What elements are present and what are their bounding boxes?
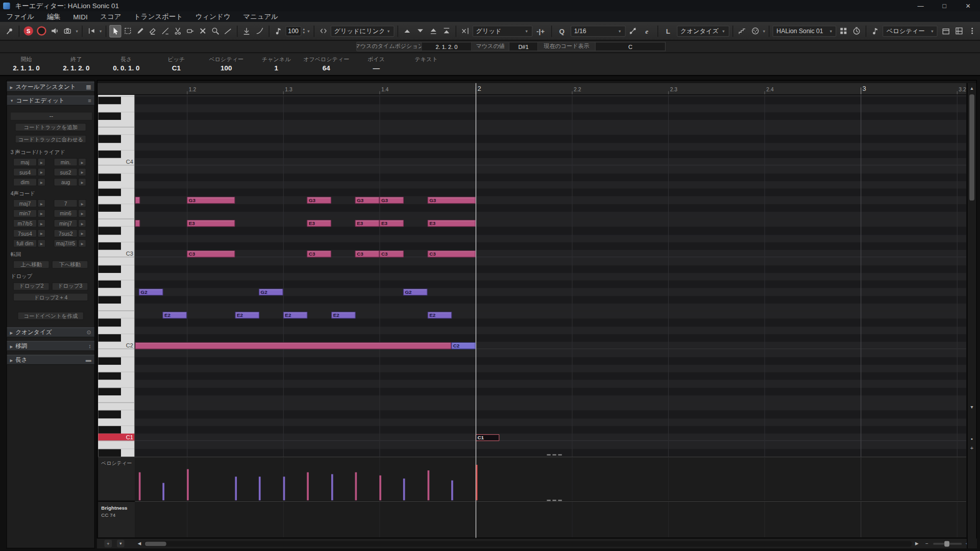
white-key[interactable] — [98, 441, 135, 449]
drawn-midi-note[interactable]: C1 — [476, 434, 500, 441]
draw-tool[interactable] — [134, 24, 146, 37]
zoom-preset-dot[interactable]: ● — [968, 435, 976, 443]
chord-min7-arrow[interactable]: ▶ — [37, 209, 45, 217]
midi-note[interactable]: G2 — [259, 289, 283, 295]
grid-type-select[interactable]: グリッド▼ — [472, 26, 532, 37]
chord-minj7-button[interactable]: minj7 — [54, 219, 78, 228]
white-key[interactable] — [98, 311, 135, 319]
section-length[interactable]: ▶ 長さ ▬ — [7, 355, 94, 365]
zoom-out-button[interactable]: − — [923, 540, 931, 547]
velocity-bar[interactable] — [259, 477, 261, 500]
black-key[interactable] — [98, 227, 135, 235]
maximize-button[interactable]: □ — [933, 0, 957, 11]
white-key[interactable] — [98, 304, 135, 311]
midi-note[interactable]: C3 — [307, 251, 331, 257]
lane-resize-handle[interactable] — [547, 500, 561, 501]
info-field-8[interactable]: テキスト — [401, 53, 451, 75]
chord-maj7-arrow[interactable]: ▶ — [37, 199, 45, 208]
open-window-icon[interactable] — [940, 24, 952, 37]
lane-menu-button[interactable]: ▼ — [117, 540, 125, 547]
white-key[interactable] — [98, 105, 135, 112]
chord-7-arrow[interactable]: ▶ — [78, 199, 86, 208]
line-tool[interactable] — [222, 24, 234, 37]
black-key[interactable] — [98, 411, 135, 418]
velocity-bar[interactable] — [162, 483, 164, 500]
menu-マニュアル[interactable]: マニュアル — [243, 12, 278, 21]
chord-maj-arrow[interactable]: ▶ — [37, 158, 45, 166]
vertical-scrollbar[interactable]: ▲ ▼ ● + — [967, 83, 976, 548]
chord-sus4-arrow[interactable]: ▶ — [37, 168, 45, 176]
inversion-button[interactable]: 上へ移動 — [13, 261, 50, 269]
velocity-bar[interactable] — [428, 470, 430, 500]
midi-note[interactable]: C2 — [451, 342, 476, 349]
chord-maj7-button[interactable]: maj7 — [13, 199, 37, 208]
edit-active-part-icon[interactable] — [838, 24, 849, 37]
white-key[interactable] — [98, 212, 135, 219]
white-key[interactable] — [98, 365, 135, 372]
chord-maj7/#5-arrow[interactable]: ▶ — [78, 239, 86, 247]
midi-note[interactable]: E2 — [428, 312, 452, 318]
black-key[interactable] — [98, 426, 135, 434]
velocity-bar[interactable] — [235, 477, 237, 500]
vertical-scroll-thumb[interactable] — [969, 94, 974, 201]
add-lane-button[interactable]: + — [104, 540, 112, 547]
chord-minj7-arrow[interactable]: ▶ — [78, 219, 86, 228]
link-to-grid-select[interactable]: グリッドにリンク▼ — [330, 26, 394, 37]
midi-note[interactable]: E2 — [331, 312, 356, 318]
midi-note[interactable]: C3 — [355, 251, 380, 257]
swing-icon[interactable] — [627, 24, 639, 37]
black-key[interactable] — [98, 204, 135, 212]
chord-dim-arrow[interactable]: ▶ — [37, 178, 45, 186]
acoustic-feedback-button[interactable] — [49, 24, 61, 37]
scroll-up-button[interactable]: ▲ — [968, 84, 976, 92]
chord-7sus2-button[interactable]: 7sus2 — [54, 229, 78, 237]
chord-aug-arrow[interactable]: ▶ — [78, 178, 86, 186]
info-field-5[interactable]: チャンネル1 — [251, 53, 301, 75]
relative-grid-icon[interactable]: -|+ — [533, 24, 548, 37]
timeline-ruler[interactable]: 1.21.31.422.22.32.433.2 — [97, 83, 966, 95]
horizontal-scroll-thumb[interactable] — [145, 542, 166, 546]
chord-min6-button[interactable]: min6 — [54, 209, 78, 217]
white-key[interactable] — [98, 120, 135, 128]
info-field-1[interactable]: 終了2. 1. 2. 0 — [51, 53, 101, 75]
info-field-0[interactable]: 開始2. 1. 1. 0 — [1, 53, 51, 75]
velocity-bar[interactable] — [379, 475, 381, 500]
black-key[interactable] — [98, 296, 135, 304]
chord-7sus4-button[interactable]: 7sus4 — [13, 229, 37, 237]
chord-7-button[interactable]: 7 — [54, 199, 78, 208]
transpose-up-button[interactable] — [401, 24, 413, 37]
mute-tool[interactable] — [197, 24, 209, 37]
section-transpose[interactable]: ▶ 移調 ↕ — [7, 341, 94, 352]
midi-note[interactable]: G3 — [307, 197, 331, 204]
black-key[interactable] — [98, 189, 135, 196]
white-key[interactable] — [98, 196, 135, 204]
black-key[interactable] — [98, 97, 135, 105]
midi-note[interactable]: G3 — [355, 197, 380, 204]
vertical-zoom-in-button[interactable]: + — [968, 444, 976, 452]
menu-スコア[interactable]: スコア — [100, 12, 121, 21]
velocity-bar[interactable] — [187, 469, 189, 500]
zoom-slider-thumb[interactable] — [944, 541, 949, 546]
info-field-3[interactable]: ピッチC1 — [151, 53, 201, 75]
black-key[interactable] — [98, 372, 135, 380]
section-quantize[interactable]: ▶ クオンタイズ ⊙ — [7, 328, 94, 338]
chord-full dim-button[interactable]: full dim — [13, 239, 37, 247]
chord-sus2-arrow[interactable]: ▶ — [78, 168, 86, 176]
black-key[interactable] — [98, 388, 135, 395]
white-key[interactable] — [98, 143, 135, 151]
chord-7sus4-arrow[interactable]: ▶ — [37, 229, 45, 237]
minimize-button[interactable]: — — [909, 0, 933, 11]
midi-input-icon[interactable] — [749, 24, 761, 37]
section-scale-assistant[interactable]: ▶ スケールアシスタント ▦ — [7, 82, 94, 92]
white-key[interactable] — [98, 418, 135, 426]
velocity-bar[interactable] — [331, 474, 333, 500]
part-select[interactable]: HALion Sonic 01▼ — [773, 26, 837, 37]
info-field-2[interactable]: 長さ0. 0. 1. 0 — [101, 53, 151, 75]
menu-トランスポート[interactable]: トランスポート — [134, 12, 183, 21]
snap-toggle-icon[interactable] — [459, 24, 471, 37]
quantize-panel-icon[interactable]: e — [640, 24, 654, 37]
insert-velocity-value[interactable]: 100 — [285, 26, 301, 36]
add-chord-track-button[interactable]: コードトラックを追加 — [15, 123, 86, 131]
white-key[interactable] — [98, 181, 135, 189]
velocity-bar[interactable] — [283, 477, 285, 500]
